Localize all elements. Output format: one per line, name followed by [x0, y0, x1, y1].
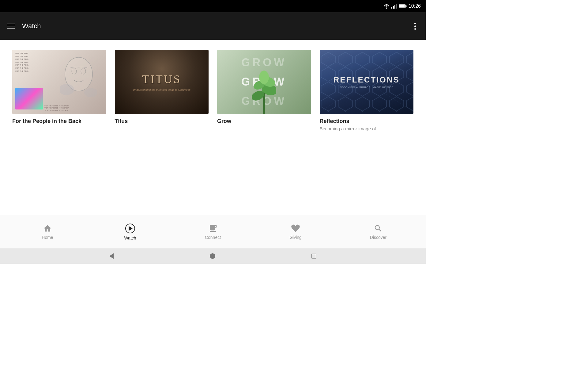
main-content: "FOR THE PEO..."FOR THE PEO..."FOR THE P… — [0, 40, 426, 215]
menu-button[interactable] — [7, 24, 15, 29]
svg-rect-0 — [391, 7, 392, 9]
thumbnail-titus: TITUS Understanding the truth that leads… — [115, 50, 209, 114]
home-sys-button[interactable] — [210, 253, 215, 259]
nav-label-giving: Giving — [289, 235, 302, 240]
battery-icon — [399, 4, 407, 8]
svg-point-11 — [84, 88, 97, 97]
series-card-reflections[interactable]: REFLECTIONS BECOMING A MIRROR IMAGE OF G… — [320, 50, 414, 131]
home-circle-icon — [210, 253, 215, 259]
thumbnail-for-the-people: "FOR THE PEO..."FOR THE PEO..."FOR THE P… — [12, 50, 106, 114]
card-title-grow: Grow — [217, 118, 311, 125]
nav-label-watch: Watch — [124, 236, 136, 240]
status-time: 10:26 — [409, 3, 421, 9]
card-title-titus: Titus — [115, 118, 209, 125]
nav-item-connect[interactable]: Connect — [194, 221, 231, 242]
status-icons: 10:26 — [383, 3, 421, 9]
svg-rect-2 — [394, 5, 395, 9]
signal-icon — [391, 4, 397, 9]
recent-apps-button[interactable] — [311, 254, 316, 259]
system-nav-bar — [0, 248, 426, 264]
nav-item-watch[interactable]: Watch — [112, 221, 149, 243]
card-title-for-the-people: For the People in the Back — [12, 118, 106, 125]
sketch-overlay — [60, 56, 97, 99]
page-title: Watch — [22, 22, 412, 30]
more-options-button[interactable] — [412, 20, 418, 32]
reflections-img-subtitle: BECOMING A MIRROR IMAGE OF GOD — [334, 86, 400, 89]
nav-label-home: Home — [42, 235, 53, 240]
series-card-titus[interactable]: TITUS Understanding the truth that leads… — [115, 50, 209, 131]
card-title-reflections: Reflections — [320, 118, 414, 125]
nav-item-giving[interactable]: Giving — [277, 221, 314, 242]
nav-label-connect: Connect — [205, 235, 221, 240]
svg-rect-1 — [393, 6, 394, 9]
plant-illustration — [252, 65, 276, 114]
home-icon — [43, 224, 52, 233]
thumbnail-reflections: REFLECTIONS BECOMING A MIRROR IMAGE OF G… — [320, 50, 414, 114]
series-card-grow[interactable]: GROW GROW GROW — [217, 50, 311, 131]
nav-item-home[interactable]: Home — [29, 221, 66, 242]
series-grid: "FOR THE PEO..."FOR THE PEO..."FOR THE P… — [12, 50, 413, 131]
wifi-icon — [383, 4, 390, 9]
thumbnail-grow: GROW GROW GROW — [217, 50, 311, 114]
card-subtitle-reflections: Becoming a mirror image of… — [320, 126, 414, 131]
back-button[interactable] — [109, 253, 114, 259]
nav-label-discover: Discover — [370, 235, 386, 240]
back-arrow-icon — [109, 253, 114, 259]
svg-rect-5 — [399, 5, 405, 7]
app-bar: Watch — [0, 12, 426, 40]
connect-icon — [208, 224, 217, 233]
nav-item-discover[interactable]: Discover — [360, 221, 397, 242]
titus-tagline: Understanding the truth that leads to Go… — [127, 88, 197, 91]
series-card-for-the-people[interactable]: "FOR THE PEO..."FOR THE PEO..."FOR THE P… — [12, 50, 106, 131]
svg-rect-6 — [405, 6, 406, 7]
reflections-title-overlay: REFLECTIONS — [334, 75, 400, 85]
svg-rect-3 — [396, 4, 397, 9]
titus-title-overlay: TITUS — [142, 72, 181, 86]
bottom-nav: Home Watch Connect Giving Discover — [0, 215, 426, 248]
status-bar: 10:26 — [0, 0, 426, 12]
discover-icon — [374, 224, 383, 233]
giving-icon — [291, 224, 300, 233]
watch-icon — [125, 223, 135, 234]
recent-square-icon — [311, 254, 316, 259]
svg-point-17 — [259, 71, 269, 84]
